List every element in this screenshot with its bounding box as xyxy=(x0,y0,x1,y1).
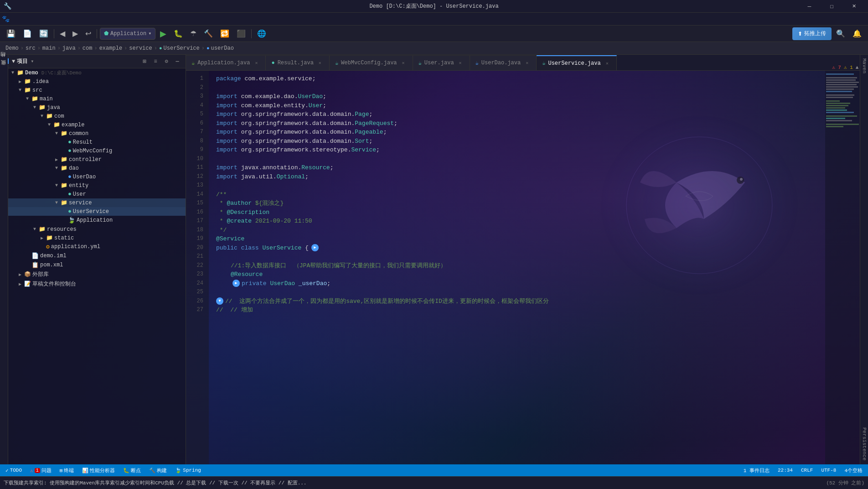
tree-item-idea[interactable]: ▶ 📁 .idea xyxy=(8,77,186,86)
folder-icon: 📁 xyxy=(46,113,53,120)
maven-label[interactable]: Maven xyxy=(861,55,868,77)
tree-item-com[interactable]: ▼ 📁 com xyxy=(8,112,186,120)
run-button[interactable]: ▶ xyxy=(157,27,169,40)
line-num-12: 12 xyxy=(186,172,203,182)
tree-item-demo[interactable]: ▼ 📁 Demo D:\C:桌面\Demo xyxy=(8,68,186,77)
tab-close[interactable]: ✕ xyxy=(316,59,324,67)
breadcrumb-java[interactable]: java xyxy=(62,45,76,52)
code-line-23: @Resource xyxy=(216,270,818,279)
line-bean-icon[interactable]: ▶ xyxy=(232,280,240,287)
build-button[interactable]: 🔨 xyxy=(201,27,216,40)
tree-item-userservice[interactable]: ▶ ● UserService xyxy=(8,207,186,216)
code-line-12: import java.util.Optional; xyxy=(216,172,818,182)
tab-close[interactable]: ✕ xyxy=(523,59,531,67)
tree-item-src[interactable]: ▼ 📁 src xyxy=(8,86,186,94)
tree-item-scratch[interactable]: ▶ 📝 草稿文件和控制台 xyxy=(8,279,186,289)
tree-item-userdao[interactable]: ▶ ● UserDao xyxy=(8,172,186,181)
tab-close[interactable]: ✕ xyxy=(253,59,260,67)
breadcrumb-main[interactable]: main xyxy=(42,45,56,52)
tree-settings-icon[interactable]: ⚙ xyxy=(162,57,171,66)
notifications-button[interactable]: 🔔 xyxy=(850,27,864,40)
tree-item-result[interactable]: ▶ ● Result xyxy=(8,138,186,146)
minimap-content xyxy=(825,71,862,130)
forward-button[interactable]: ▶ xyxy=(70,27,81,40)
tab-user[interactable]: ☕ User.java ✕ xyxy=(413,55,470,70)
sync-button[interactable]: 🔄 xyxy=(36,27,51,40)
tree-item-user[interactable]: ▶ ● User xyxy=(8,190,186,198)
status-spaces[interactable]: 4个空格 xyxy=(842,467,864,474)
persistence-label[interactable]: Persistence xyxy=(861,424,868,464)
tree-item-example[interactable]: ▼ 📁 example xyxy=(8,120,186,129)
tree-item-entity[interactable]: ▼ 📁 entity xyxy=(8,181,186,190)
tree-collapse-icon[interactable]: ≡ xyxy=(151,57,160,66)
line-run-icon[interactable]: ▶ xyxy=(311,244,319,251)
status-profiler[interactable]: 📊 性能分析器 xyxy=(80,467,117,474)
translate-button[interactable]: 🌐 xyxy=(254,27,269,40)
run-config-button[interactable]: ⬟ Application ▾ xyxy=(100,28,155,40)
breadcrumb-src[interactable]: src xyxy=(26,45,36,52)
status-encoding[interactable]: UTF-8 xyxy=(819,468,838,473)
tree-item-pomxml[interactable]: ▶ 📋 pom.xml xyxy=(8,260,186,270)
upload-button[interactable]: ⬆ 拓推上传 xyxy=(792,27,832,40)
status-debug[interactable]: 🐛 断点 xyxy=(121,467,143,474)
tree-close-icon[interactable]: — xyxy=(173,57,182,66)
status-event-log[interactable]: 1 事件日志 xyxy=(742,467,771,474)
tab-webmvcconfig[interactable]: ☕ WebMvcConfig.java ✕ xyxy=(330,55,413,70)
breadcrumb-service[interactable]: service xyxy=(129,45,152,52)
activity-favorites[interactable]: 收藏夹 xyxy=(0,67,8,72)
tree-item-controller[interactable]: ▶ 📁 controller xyxy=(8,155,186,164)
minimize-button[interactable]: ─ xyxy=(799,0,820,13)
reload-button[interactable]: 🔁 xyxy=(217,27,232,40)
status-problems[interactable]: ⚠ 1 问题 xyxy=(28,467,53,474)
maximize-button[interactable]: □ xyxy=(822,0,842,13)
tree-item-webmvcconfig[interactable]: ▶ ● WebMvcConfig xyxy=(8,146,186,155)
breadcrumb-demo[interactable]: Demo xyxy=(5,45,19,52)
status-todo[interactable]: ✓ TODO xyxy=(4,468,24,473)
tab-close[interactable]: ✕ xyxy=(457,59,464,67)
tree-item-java[interactable]: ▼ 📁 java xyxy=(8,103,186,112)
stop-button[interactable]: ⬛ xyxy=(234,27,248,40)
tab-userdao[interactable]: ☕ UserDao.java ✕ xyxy=(470,55,537,70)
tree-item-common[interactable]: ▼ 📁 common xyxy=(8,129,186,138)
tree-dropdown-btn[interactable]: ▾ xyxy=(31,58,34,65)
status-terminal[interactable]: ⊞ 终端 xyxy=(58,467,76,474)
breadcrumb-userservice[interactable]: ●UserService xyxy=(159,45,200,52)
tree-scope-icon[interactable]: ⊞ xyxy=(140,57,149,66)
back-button[interactable]: ◀ xyxy=(57,27,68,40)
breadcrumb-example[interactable]: example xyxy=(99,45,122,52)
status-crlf[interactable]: CRLF xyxy=(799,468,815,473)
tree-item-service[interactable]: ▼ 📁 service xyxy=(8,198,186,207)
tree-item-appyml[interactable]: ▶ ⚙ application.yml xyxy=(8,242,186,251)
code-line-2 xyxy=(216,83,818,93)
line-num-26: 26 ▼ xyxy=(186,297,203,306)
debug-button[interactable]: 🐛 xyxy=(171,27,186,40)
tab-application[interactable]: ☕ Application.java ✕ xyxy=(186,55,266,70)
breadcrumb-com[interactable]: com xyxy=(83,45,93,52)
activity-project[interactable]: 结构 xyxy=(0,58,9,64)
code-area[interactable]: package com.example.service; import com.… xyxy=(209,71,825,464)
tab-close[interactable]: ✕ xyxy=(400,59,407,67)
tab-close[interactable]: ✕ xyxy=(604,60,611,67)
revert-button[interactable]: ↩ xyxy=(83,27,94,40)
tree-item-external[interactable]: ▶ 📦 外部库 xyxy=(8,270,186,279)
save-all-button[interactable]: 📄 xyxy=(20,27,35,40)
line-fold-icon[interactable]: ▼ xyxy=(216,297,223,305)
tab-userservice[interactable]: ☕ UserService.java ✕ xyxy=(537,55,616,70)
tree-item-dao[interactable]: ▼ 📁 dao xyxy=(8,164,186,172)
tree-item-main[interactable]: ▼ 📁 main xyxy=(8,94,186,103)
tree-item-static[interactable]: ▶ 📁 static xyxy=(8,234,186,242)
tree-item-application[interactable]: ▶ 🍃 Application xyxy=(8,216,186,225)
tree-item-demoiml[interactable]: ▶ 📄 demo.iml xyxy=(8,251,186,260)
breadcrumb-userdao[interactable]: ●userDao xyxy=(207,45,234,52)
coverage-button[interactable]: ☂ xyxy=(187,27,199,40)
search-button[interactable]: 🔍 xyxy=(833,27,848,40)
close-button[interactable]: ✕ xyxy=(844,0,864,13)
status-spring[interactable]: 🍃 Spring xyxy=(173,468,203,473)
tab-result[interactable]: ● Result.java ✕ xyxy=(266,55,329,70)
encoding-label: UTF-8 xyxy=(821,468,836,473)
status-build[interactable]: 🔨 构建 xyxy=(147,467,169,474)
save-button[interactable]: 💾 xyxy=(4,27,18,40)
tree-item-resources[interactable]: ▼ 📁 resources xyxy=(8,225,186,234)
code-line-11: import javax.annotation.Resource; xyxy=(216,163,818,172)
spring-icon: 🍃 xyxy=(175,468,181,473)
